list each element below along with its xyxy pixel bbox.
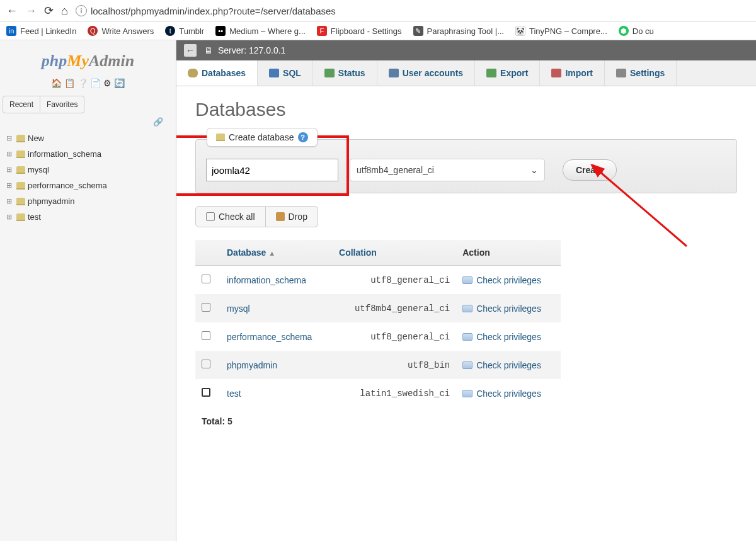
total-row: Total: 5 — [195, 407, 561, 435]
browser-toolbar: ← → ⟳ ⌂ i localhost/phpmyadmin/index.php… — [0, 0, 756, 22]
bookmark-tinypng[interactable]: 🐼TinyPNG – Compre... — [515, 26, 607, 36]
bookmark-medium[interactable]: ••Medium – Where g... — [215, 26, 306, 36]
bookmark-tumblr[interactable]: tTumblr — [165, 26, 204, 36]
col-database[interactable]: Database▲ — [220, 240, 333, 266]
db-icon — [16, 182, 25, 190]
medium-icon: •• — [215, 26, 226, 36]
tree-phpmyadmin[interactable]: ⊞phpmyadmin — [4, 193, 176, 209]
collation-cell: utf8_general_ci — [333, 266, 456, 295]
check-privileges-link[interactable]: Check privileges — [462, 275, 554, 285]
bookmark-linkedin[interactable]: inFeed | LinkedIn — [6, 26, 76, 36]
create-button[interactable]: Create — [563, 159, 617, 181]
check-privileges-link[interactable]: Check privileges — [462, 332, 554, 342]
collapse-sidebar-button[interactable]: ← — [184, 44, 197, 57]
forward-button[interactable]: → — [25, 4, 37, 18]
bookmark-flipboard[interactable]: FFlipboard - Settings — [317, 26, 402, 36]
linkedin-icon: in — [6, 26, 16, 36]
doc-icon: ⬢ — [619, 26, 629, 36]
bookmarks-bar: inFeed | LinkedIn QWrite Answers tTumblr… — [0, 22, 756, 40]
tree-test[interactable]: ⊞test — [4, 209, 176, 225]
collation-cell: latin1_swedish_ci — [333, 379, 456, 407]
tinypng-icon: 🐼 — [515, 26, 525, 36]
databases-icon — [188, 69, 198, 77]
tree-information-schema[interactable]: ⊞information_schema — [4, 146, 176, 162]
nav-databases[interactable]: Databases — [176, 60, 258, 86]
tab-recent[interactable]: Recent — [3, 96, 40, 113]
database-link[interactable]: mysql — [227, 304, 250, 314]
help-icon[interactable]: ? — [298, 132, 308, 142]
db-icon — [216, 133, 225, 141]
db-icon — [16, 166, 25, 174]
db-tree: ⊟New ⊞information_schema ⊞mysql ⊞perform… — [0, 130, 176, 225]
expand-icon[interactable]: ⊞ — [6, 166, 14, 174]
table-row: information_schemautf8_general_ciCheck p… — [195, 266, 561, 295]
users-icon — [389, 69, 399, 77]
server-label: Server: 127.0.0.1 — [218, 45, 285, 55]
nav-import[interactable]: Import — [540, 60, 605, 86]
database-link[interactable]: performance_schema — [227, 332, 312, 342]
home-button[interactable]: ⌂ — [61, 4, 68, 18]
tumblr-icon: t — [165, 26, 175, 36]
row-checkbox[interactable] — [202, 331, 210, 340]
privileges-icon — [462, 276, 472, 284]
flipboard-icon: F — [317, 26, 327, 36]
nav-export[interactable]: Export — [475, 60, 540, 86]
privileges-icon — [462, 333, 472, 341]
row-checkbox[interactable] — [202, 303, 210, 312]
server-bar: ← 🖥 Server: 127.0.0.1 — [176, 40, 756, 60]
check-privileges-link[interactable]: Check privileges — [462, 304, 554, 314]
sidebar-tabs: Recent Favorites — [3, 96, 84, 113]
bookmark-paraphrase[interactable]: ✎Paraphrasing Tool |... — [413, 26, 504, 36]
back-button[interactable]: ← — [6, 4, 18, 18]
database-link[interactable]: test — [227, 389, 241, 399]
phpmyadmin-logo: phpMyAdmin — [0, 47, 176, 76]
row-checkbox[interactable] — [202, 275, 210, 283]
expand-icon[interactable]: ⊞ — [6, 150, 14, 158]
bookmark-quora[interactable]: QWrite Answers — [88, 26, 154, 36]
collation-cell: utf8_bin — [333, 351, 456, 379]
settings-icon — [616, 69, 626, 77]
expand-icon[interactable]: ⊞ — [6, 197, 14, 205]
check-privileges-link[interactable]: Check privileges — [462, 389, 554, 399]
expand-icon[interactable]: ⊞ — [6, 181, 14, 190]
table-row: phpmyadminutf8_binCheck privileges — [195, 351, 561, 379]
bookmark-doc[interactable]: ⬢Do cu — [619, 26, 654, 36]
main-panel: ← 🖥 Server: 127.0.0.1 Databases SQL Stat… — [176, 40, 756, 541]
table-toolbar: Check all Drop — [195, 206, 737, 227]
site-info-icon[interactable]: i — [76, 5, 87, 16]
databases-table: Database▲ Collation Action information_s… — [195, 240, 561, 435]
check-privileges-link[interactable]: Check privileges — [462, 360, 554, 370]
link-icon[interactable]: 🔗 — [0, 116, 176, 130]
address-bar[interactable]: i localhost/phpmyadmin/index.php?route=/… — [76, 5, 750, 16]
nav-settings[interactable]: Settings — [605, 60, 677, 86]
row-checkbox[interactable] — [202, 388, 210, 397]
server-icon: 🖥 — [204, 45, 213, 55]
expand-icon[interactable]: ⊞ — [6, 213, 14, 221]
tab-favorites[interactable]: Favorites — [40, 96, 84, 113]
table-row: performance_schemautf8_general_ciCheck p… — [195, 322, 561, 351]
create-database-form: utf8mb4_general_ci ⌄ Create — [195, 139, 737, 193]
tree-new[interactable]: ⊟New — [4, 130, 176, 146]
col-collation[interactable]: Collation — [333, 240, 456, 266]
import-icon — [551, 69, 561, 77]
reload-button[interactable]: ⟳ — [44, 4, 54, 18]
nav-user-accounts[interactable]: User accounts — [377, 60, 475, 86]
database-link[interactable]: phpmyadmin — [227, 360, 277, 370]
nav-sql[interactable]: SQL — [258, 60, 313, 86]
database-link[interactable]: information_schema — [227, 275, 306, 285]
quora-icon: Q — [88, 26, 98, 36]
collation-select[interactable]: utf8mb4_general_ci ⌄ — [350, 159, 545, 181]
collation-cell: utf8_general_ci — [333, 322, 456, 351]
database-name-input[interactable] — [206, 159, 338, 181]
chevron-down-icon: ⌄ — [530, 165, 538, 175]
db-icon — [16, 198, 25, 205]
table-row: mysqlutf8mb4_general_ciCheck privileges — [195, 294, 561, 322]
sort-asc-icon: ▲ — [268, 249, 275, 257]
tree-mysql[interactable]: ⊞mysql — [4, 162, 176, 178]
drop-button[interactable]: Drop — [266, 206, 318, 227]
check-all-button[interactable]: Check all — [195, 206, 266, 227]
row-checkbox[interactable] — [202, 360, 210, 368]
sidebar-quick-icons[interactable]: 🏠 📋 ❔ 📄 ⚙ 🔄 — [0, 76, 176, 91]
tree-performance-schema[interactable]: ⊞performance_schema — [4, 178, 176, 193]
nav-status[interactable]: Status — [313, 60, 377, 86]
